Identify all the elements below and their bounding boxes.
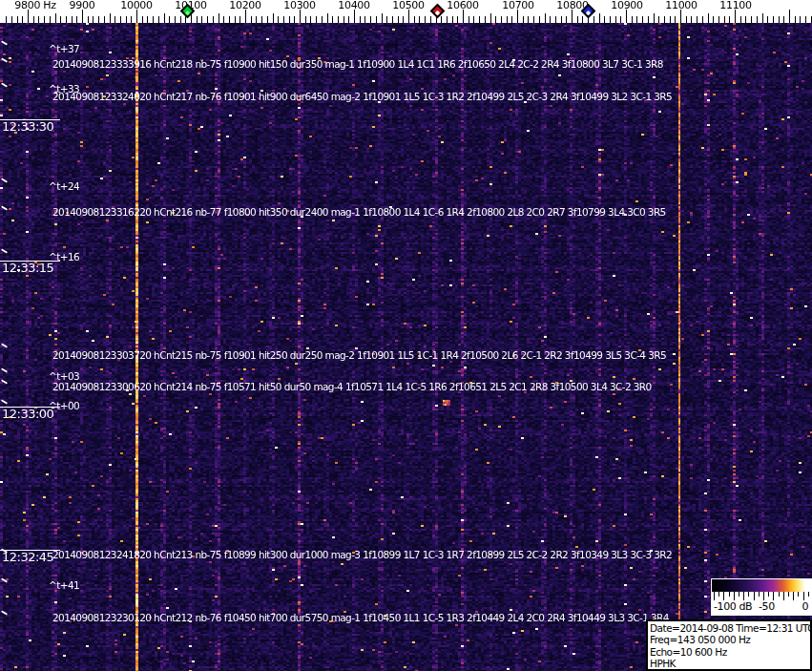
db-scale-ticks [712, 592, 811, 600]
frequency-tick-label: 11000 [665, 0, 697, 11]
frequency-tick-label: 10700 [502, 0, 534, 11]
db-gradient-bar [712, 579, 811, 592]
db-label-mid: -50 [759, 600, 775, 613]
info-date-line: Date=2014-09-08 Time=12:31 UTC [650, 622, 808, 634]
hit-log-line-overlay-annotation: 20140908123303720 hCnt215 nb-75 f10901 h… [52, 350, 666, 361]
frequency-tick-label: 9900 [70, 0, 95, 11]
hit-log-line-overlay-annotation: 20140908123300620 hCnt214 nb-75 f10571 h… [52, 382, 652, 392]
frequency-tick-label: 10400 [338, 0, 370, 11]
diamond-core-dot [185, 10, 191, 16]
spectrum-lab-window: 9800 Hz990010000101001020010300104001050… [0, 0, 812, 671]
frequency-tick-label: 9800 Hz [14, 0, 55, 11]
timestamp-label: 12:33:15 [0, 261, 60, 275]
db-scale-labels: -100 dB -50 0 [712, 600, 811, 615]
frequency-tick-label: 10000 [120, 0, 153, 11]
hit-log-line-overlay-annotation: 20140908123230120 hCnt212 nb-76 f10450 h… [52, 613, 669, 623]
info-freq-line: Freq=143 050 000 Hz [650, 634, 808, 645]
frequency-tick-label: 10600 [447, 0, 479, 11]
timestamp-label: 12:33:30 [0, 119, 60, 134]
diamond-core-dot [435, 10, 441, 16]
info-observer-line: HPHK [650, 658, 808, 669]
hit-log-line-overlay-annotation: 20140908123241820 hCnt213 nb-75 f10899 h… [52, 550, 672, 560]
frequency-tick-label: 11100 [719, 0, 752, 11]
hit-log-line-overlay-annotation: 20140908123316220 hCnt216 nb-77 f10800 h… [52, 207, 666, 218]
time-offset-marker-overlay-annotation: ^t+37 [49, 44, 79, 54]
info-box: Date=2014-09-08 Time=12:31 UTC Freq=143 … [646, 619, 812, 671]
time-offset-marker-overlay-annotation: ^t+41 [49, 580, 79, 591]
db-label-max: 0 [802, 600, 808, 613]
diamond-core-dot [586, 10, 592, 16]
db-scale-legend: -100 dB -50 0 [711, 578, 812, 616]
time-offset-marker-overlay-annotation: ^t+24 [49, 181, 79, 192]
db-label-min: -100 dB [714, 600, 752, 613]
hit-log-line-overlay-annotation: 20140908123333916 hCnt218 nb-75 f10900 h… [52, 59, 663, 70]
info-echo-line: Echo=10 600 Hz [650, 646, 808, 658]
timestamp-label: 12:32:45 [0, 550, 60, 564]
hit-log-line-overlay-annotation: 20140908123324020 hCnt217 nb-76 f10901 h… [52, 92, 672, 102]
frequency-tick-label: 10300 [283, 0, 316, 11]
frequency-tick-label: 10200 [229, 0, 261, 11]
time-offset-marker-overlay-annotation: ^t+16 [49, 252, 79, 262]
frequency-tick-label: 10900 [611, 0, 643, 11]
time-offset-marker-overlay-annotation: ^t+00 [49, 401, 79, 411]
frequency-tick-label: 10500 [392, 0, 425, 11]
